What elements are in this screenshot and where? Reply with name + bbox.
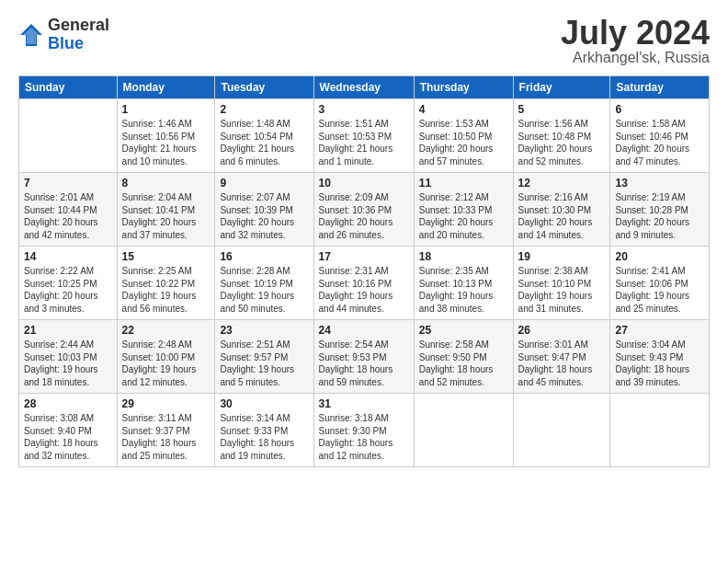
calendar-day-cell: 3Sunrise: 1:51 AMSunset: 10:53 PMDayligh… bbox=[313, 99, 414, 173]
calendar-day-cell: 24Sunrise: 2:54 AMSunset: 9:53 PMDayligh… bbox=[313, 320, 414, 394]
day-number: 14 bbox=[24, 250, 112, 263]
day-number: 7 bbox=[24, 177, 112, 190]
day-number: 4 bbox=[419, 103, 508, 116]
day-number: 3 bbox=[319, 103, 409, 116]
title-area: July 2024 Arkhangel'sk, Russia bbox=[561, 17, 710, 66]
day-info: Sunrise: 1:46 AMSunset: 10:56 PMDaylight… bbox=[122, 118, 210, 167]
calendar-day-cell: 30Sunrise: 3:14 AMSunset: 9:33 PMDayligh… bbox=[215, 394, 313, 467]
calendar-day-cell: 12Sunrise: 2:16 AMSunset: 10:30 PMDaylig… bbox=[513, 173, 610, 247]
calendar-day-cell: 14Sunrise: 2:22 AMSunset: 10:25 PMDaylig… bbox=[19, 247, 118, 320]
calendar-day-cell: 5Sunrise: 1:56 AMSunset: 10:48 PMDayligh… bbox=[513, 99, 610, 173]
calendar-week-row: 1Sunrise: 1:46 AMSunset: 10:56 PMDayligh… bbox=[19, 99, 710, 173]
day-info: Sunrise: 2:01 AMSunset: 10:44 PMDaylight… bbox=[24, 191, 112, 241]
calendar-empty-cell bbox=[610, 394, 710, 467]
calendar-day-cell: 17Sunrise: 2:31 AMSunset: 10:16 PMDaylig… bbox=[313, 247, 414, 320]
day-number: 17 bbox=[319, 250, 409, 263]
day-number: 29 bbox=[122, 397, 210, 410]
day-number: 24 bbox=[319, 324, 409, 337]
day-number: 30 bbox=[220, 397, 308, 410]
day-info: Sunrise: 2:12 AMSunset: 10:33 PMDaylight… bbox=[419, 191, 508, 241]
day-info: Sunrise: 2:09 AMSunset: 10:36 PMDaylight… bbox=[319, 191, 409, 241]
calendar-day-cell: 23Sunrise: 2:51 AMSunset: 9:57 PMDayligh… bbox=[215, 320, 313, 394]
day-number: 5 bbox=[518, 103, 606, 116]
day-info: Sunrise: 3:14 AMSunset: 9:33 PMDaylight:… bbox=[220, 412, 308, 462]
day-info: Sunrise: 1:56 AMSunset: 10:48 PMDaylight… bbox=[518, 118, 606, 167]
day-info: Sunrise: 2:58 AMSunset: 9:50 PMDaylight:… bbox=[419, 339, 508, 388]
calendar-empty-cell bbox=[414, 394, 513, 467]
day-info: Sunrise: 2:44 AMSunset: 10:03 PMDaylight… bbox=[24, 339, 112, 388]
header: General Blue July 2024 Arkhangel'sk, Rus… bbox=[18, 17, 710, 66]
day-info: Sunrise: 3:01 AMSunset: 9:47 PMDaylight:… bbox=[518, 339, 606, 388]
calendar-day-cell: 8Sunrise: 2:04 AMSunset: 10:41 PMDayligh… bbox=[117, 173, 215, 247]
day-number: 8 bbox=[122, 177, 210, 190]
day-number: 23 bbox=[220, 324, 308, 337]
calendar-day-cell: 25Sunrise: 2:58 AMSunset: 9:50 PMDayligh… bbox=[414, 320, 513, 394]
day-number: 6 bbox=[615, 103, 704, 116]
day-info: Sunrise: 2:19 AMSunset: 10:28 PMDaylight… bbox=[615, 191, 704, 241]
calendar-day-cell: 1Sunrise: 1:46 AMSunset: 10:56 PMDayligh… bbox=[117, 99, 215, 173]
calendar-day-cell: 10Sunrise: 2:09 AMSunset: 10:36 PMDaylig… bbox=[313, 173, 414, 247]
calendar-day-cell: 27Sunrise: 3:04 AMSunset: 9:43 PMDayligh… bbox=[610, 320, 710, 394]
calendar-day-cell: 21Sunrise: 2:44 AMSunset: 10:03 PMDaylig… bbox=[19, 320, 118, 394]
day-info: Sunrise: 2:35 AMSunset: 10:13 PMDaylight… bbox=[419, 265, 508, 315]
day-number: 11 bbox=[419, 177, 508, 190]
day-number: 21 bbox=[24, 324, 112, 337]
calendar-day-cell: 31Sunrise: 3:18 AMSunset: 9:30 PMDayligh… bbox=[313, 394, 414, 467]
day-number: 13 bbox=[615, 177, 704, 190]
calendar-day-cell: 4Sunrise: 1:53 AMSunset: 10:50 PMDayligh… bbox=[414, 99, 513, 173]
day-number: 31 bbox=[319, 397, 409, 410]
day-info: Sunrise: 2:25 AMSunset: 10:22 PMDaylight… bbox=[122, 265, 210, 315]
calendar-day-cell: 7Sunrise: 2:01 AMSunset: 10:44 PMDayligh… bbox=[19, 173, 118, 247]
month-title: July 2024 bbox=[561, 17, 710, 50]
page: General Blue July 2024 Arkhangel'sk, Rus… bbox=[0, 0, 728, 477]
calendar-day-cell: 9Sunrise: 2:07 AMSunset: 10:39 PMDayligh… bbox=[215, 173, 313, 247]
day-number: 27 bbox=[615, 324, 704, 337]
calendar-day-cell: 29Sunrise: 3:11 AMSunset: 9:37 PMDayligh… bbox=[117, 394, 215, 467]
calendar-day-cell: 16Sunrise: 2:28 AMSunset: 10:19 PMDaylig… bbox=[215, 247, 313, 320]
calendar-day-cell: 11Sunrise: 2:12 AMSunset: 10:33 PMDaylig… bbox=[414, 173, 513, 247]
calendar-day-cell: 13Sunrise: 2:19 AMSunset: 10:28 PMDaylig… bbox=[610, 173, 710, 247]
day-info: Sunrise: 3:08 AMSunset: 9:40 PMDaylight:… bbox=[24, 412, 112, 462]
day-number: 12 bbox=[518, 177, 606, 190]
logo-general-text: General bbox=[48, 17, 109, 35]
day-number: 1 bbox=[122, 103, 210, 116]
day-info: Sunrise: 2:31 AMSunset: 10:16 PMDaylight… bbox=[319, 265, 409, 315]
day-info: Sunrise: 3:11 AMSunset: 9:37 PMDaylight:… bbox=[122, 412, 210, 462]
day-number: 16 bbox=[220, 250, 308, 263]
day-info: Sunrise: 1:51 AMSunset: 10:53 PMDaylight… bbox=[319, 118, 409, 167]
day-number: 2 bbox=[220, 103, 308, 116]
logo-icon bbox=[18, 22, 44, 48]
weekday-header-monday: Monday bbox=[117, 76, 215, 99]
calendar-week-row: 7Sunrise: 2:01 AMSunset: 10:44 PMDayligh… bbox=[19, 173, 710, 247]
weekday-header-tuesday: Tuesday bbox=[215, 76, 313, 99]
calendar-day-cell: 20Sunrise: 2:41 AMSunset: 10:06 PMDaylig… bbox=[610, 247, 710, 320]
day-info: Sunrise: 3:18 AMSunset: 9:30 PMDaylight:… bbox=[319, 412, 409, 462]
day-info: Sunrise: 1:58 AMSunset: 10:46 PMDaylight… bbox=[615, 118, 704, 167]
day-info: Sunrise: 2:22 AMSunset: 10:25 PMDaylight… bbox=[24, 265, 112, 315]
calendar-day-cell: 2Sunrise: 1:48 AMSunset: 10:54 PMDayligh… bbox=[215, 99, 313, 173]
day-info: Sunrise: 2:07 AMSunset: 10:39 PMDaylight… bbox=[220, 191, 308, 241]
day-info: Sunrise: 2:04 AMSunset: 10:41 PMDaylight… bbox=[122, 191, 210, 241]
day-number: 9 bbox=[220, 177, 308, 190]
day-number: 22 bbox=[122, 324, 210, 337]
weekday-header-wednesday: Wednesday bbox=[313, 76, 414, 99]
calendar-table: SundayMondayTuesdayWednesdayThursdayFrid… bbox=[18, 75, 710, 467]
day-info: Sunrise: 2:28 AMSunset: 10:19 PMDaylight… bbox=[220, 265, 308, 315]
day-info: Sunrise: 2:41 AMSunset: 10:06 PMDaylight… bbox=[615, 265, 704, 315]
day-info: Sunrise: 2:54 AMSunset: 9:53 PMDaylight:… bbox=[319, 339, 409, 388]
day-number: 25 bbox=[419, 324, 508, 337]
logo-text: General Blue bbox=[48, 17, 109, 53]
day-number: 15 bbox=[122, 250, 210, 263]
calendar-day-cell: 19Sunrise: 2:38 AMSunset: 10:10 PMDaylig… bbox=[513, 247, 610, 320]
calendar-empty-cell bbox=[513, 394, 610, 467]
day-number: 18 bbox=[419, 250, 508, 263]
day-number: 20 bbox=[615, 250, 704, 263]
day-info: Sunrise: 2:51 AMSunset: 9:57 PMDaylight:… bbox=[220, 339, 308, 388]
location-title: Arkhangel'sk, Russia bbox=[561, 50, 710, 66]
calendar-week-row: 14Sunrise: 2:22 AMSunset: 10:25 PMDaylig… bbox=[19, 247, 710, 320]
day-number: 10 bbox=[319, 177, 409, 190]
calendar-day-cell: 6Sunrise: 1:58 AMSunset: 10:46 PMDayligh… bbox=[610, 99, 710, 173]
calendar-empty-cell bbox=[19, 99, 118, 173]
day-info: Sunrise: 1:48 AMSunset: 10:54 PMDaylight… bbox=[220, 118, 308, 167]
weekday-header-sunday: Sunday bbox=[19, 76, 118, 99]
